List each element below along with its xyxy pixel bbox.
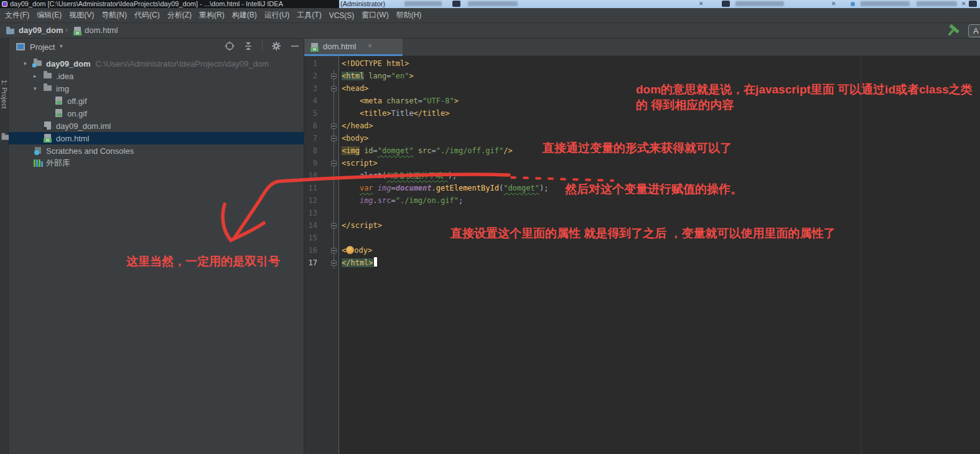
code-editor[interactable]: 1<!DOCTYPE html>2<html lang="en">3<head>… <box>304 56 980 454</box>
idea-window: day09_dom [C:\Users\Administrator\IdeaPr… <box>0 0 980 454</box>
code-line: 6</head> <box>304 120 980 132</box>
line-number: 6 <box>304 120 317 132</box>
annotation-text: 这里当然，一定用的是双引号 <box>126 253 280 270</box>
menu-item[interactable]: 编辑(E) <box>33 10 65 21</box>
menu-item[interactable]: 分析(Z) <box>164 10 195 21</box>
tab-label[interactable]: dom.html <box>323 42 356 51</box>
fold-marker[interactable] <box>331 161 337 166</box>
line-number: 8 <box>304 144 317 157</box>
fold-marker[interactable] <box>331 123 337 129</box>
tree-item-label: dom.html <box>56 134 89 143</box>
tree-item--[interactable]: 外部库 <box>9 157 304 169</box>
fold-marker[interactable] <box>331 86 337 92</box>
annotation-text: dom的意思就是说，在javascript里面 可以通过id或者class之类 … <box>636 82 973 113</box>
tree-item-scratches-and-consoles[interactable]: Scratches and Consoles <box>9 144 304 157</box>
window-fragment-icon <box>452 1 460 7</box>
line-number: 4 <box>304 95 317 107</box>
tree-item-label: day09_dom <box>46 59 91 69</box>
build-hammer-icon[interactable] <box>946 24 961 38</box>
tree-item--idea[interactable]: ▸.idea <box>9 70 304 82</box>
project-view-icon <box>16 43 25 50</box>
menu-item[interactable]: VCS(S) <box>325 11 358 20</box>
editor-tab[interactable]: H dom.html × <box>304 39 403 56</box>
settings-gear-icon[interactable] <box>271 41 281 51</box>
window-fragment <box>735 1 784 6</box>
tree-expand-arrow[interactable]: ▾ <box>34 85 44 92</box>
tree-item-off-gif[interactable]: off.gif <box>9 95 304 107</box>
code-text: <ody> <box>342 244 372 257</box>
tab-close-icon[interactable]: × <box>368 42 372 50</box>
menu-item[interactable]: 工具(T) <box>293 10 325 21</box>
code-line: 10 alert("准备换图片了哦"); <box>304 169 980 182</box>
tree-item-img[interactable]: ▾img <box>9 82 304 95</box>
menu-item[interactable]: 窗口(W) <box>358 10 392 21</box>
tree-item-label: img <box>56 84 69 93</box>
fold-marker[interactable] <box>331 136 337 141</box>
line-number: 17 <box>304 257 317 269</box>
line-number: 5 <box>304 107 317 120</box>
code-text: <head> <box>342 82 368 95</box>
html-file-icon: H <box>44 134 52 143</box>
tree-expand-arrow[interactable]: ▸ <box>34 73 44 79</box>
tree-item-day09-dom-iml[interactable]: day09_dom.iml <box>9 120 304 132</box>
intention-bulb-icon[interactable] <box>346 246 354 254</box>
menu-item[interactable]: 重构(R) <box>195 10 228 21</box>
window-fragment <box>861 1 910 6</box>
menu-item[interactable]: 代码(C) <box>131 10 164 21</box>
fold-marker[interactable] <box>331 248 337 253</box>
breadcrumb-project[interactable]: day09_dom <box>19 26 63 35</box>
project-panel-header: Project ▾ <box>9 39 304 56</box>
tree-item-on-gif[interactable]: on.gif <box>9 107 304 120</box>
fold-marker[interactable] <box>331 223 337 229</box>
collapse-all-icon[interactable] <box>243 41 253 51</box>
chevron-down-icon[interactable]: ▾ <box>60 43 63 49</box>
line-number: 15 <box>304 232 317 244</box>
project-tool-button[interactable]: 1: Project <box>0 80 8 108</box>
window-title-admin: (Administrator) <box>340 0 385 7</box>
menu-item[interactable]: 文件(F) <box>1 10 33 21</box>
breadcrumb-separator: › <box>65 26 68 34</box>
tree-item-dom-html[interactable]: Hdom.html <box>9 132 304 144</box>
code-text: <script> <box>342 157 378 169</box>
editor-tab-bar: H dom.html × <box>304 39 980 56</box>
fold-marker[interactable] <box>331 73 337 79</box>
tree-item-day09-dom[interactable]: ▾day09_domC:\Users\Administrator\IdeaPro… <box>9 57 304 70</box>
code-text: <img id="domget" src="./img/off.gif"/> <box>342 144 513 157</box>
code-line: 17</html> <box>304 257 980 269</box>
menu-item[interactable]: 运行(U) <box>261 10 294 21</box>
hide-icon[interactable] <box>290 41 300 51</box>
line-number: 2 <box>304 70 317 82</box>
code-text: </html> <box>342 257 377 269</box>
close-icon: ✕ <box>699 0 704 7</box>
menu-item[interactable]: 导航(N) <box>98 10 131 21</box>
window-title: day09_dom [C:\Users\Administrator\IdeaPr… <box>10 0 283 8</box>
project-panel-title[interactable]: Project <box>30 42 55 52</box>
line-number: 13 <box>304 207 317 219</box>
menu-item[interactable]: 构建(B) <box>228 10 261 21</box>
code-line: 1<!DOCTYPE html> <box>304 57 980 70</box>
breadcrumb-file[interactable]: dom.html <box>85 26 118 35</box>
menu-item[interactable]: 视图(V) <box>65 10 98 21</box>
window-fragment-icon <box>969 1 977 7</box>
line-number: 7 <box>304 132 317 144</box>
locate-icon[interactable] <box>225 41 235 51</box>
project-root-folder-icon <box>34 59 42 68</box>
code-text: </script> <box>342 219 382 232</box>
project-panel: Project ▾ ▾day09_domC:\Users\Administrat… <box>9 39 304 454</box>
project-tree: ▾day09_domC:\Users\Administrator\IdeaPro… <box>9 57 304 169</box>
image-file-icon <box>55 97 63 105</box>
ime-indicator[interactable]: A <box>968 24 980 37</box>
folder-icon <box>44 84 52 93</box>
title-bar-right: (Administrator) ✕ ✕ ✕ <box>339 0 980 8</box>
folder-icon <box>44 72 52 80</box>
navigation-bar: day09_dom › H dom.html A <box>0 23 980 39</box>
menu-item[interactable]: 帮助(H) <box>393 10 426 21</box>
code-text: img.src="./img/on.gif"; <box>342 194 463 207</box>
tree-item-label: .idea <box>56 72 73 81</box>
fold-marker[interactable] <box>331 260 337 266</box>
line-number: 1 <box>304 57 317 70</box>
line-number: 9 <box>304 157 317 169</box>
line-number: 3 <box>304 82 317 95</box>
line-number: 12 <box>304 194 317 207</box>
code-line: 9<script> <box>304 157 980 169</box>
